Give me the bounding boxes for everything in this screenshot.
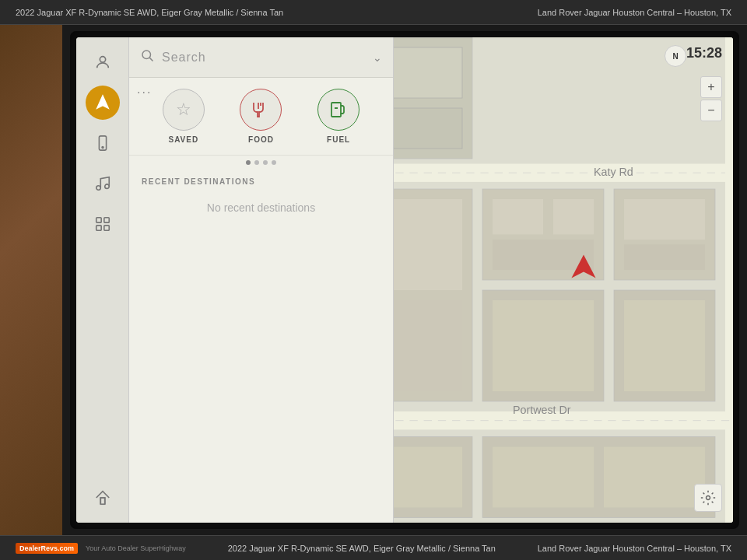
svg-rect-5 bbox=[96, 218, 100, 222]
svg-point-2 bbox=[102, 147, 103, 149]
nav-icon-music[interactable] bbox=[86, 166, 120, 201]
page-dots bbox=[129, 156, 393, 170]
dot-2 bbox=[254, 160, 259, 165]
svg-text:Portwest Dr: Portwest Dr bbox=[513, 404, 571, 416]
search-bar[interactable]: Search ⌄ bbox=[129, 37, 393, 78]
top-bar-left: 2022 Jaguar XF R-Dynamic SE AWD, Eiger G… bbox=[16, 8, 283, 17]
search-chevron-icon: ⌄ bbox=[373, 51, 382, 64]
food-label: FOOD bbox=[248, 135, 274, 144]
fuel-label: FUEL bbox=[327, 135, 350, 144]
svg-rect-48 bbox=[493, 447, 594, 508]
svg-rect-49 bbox=[604, 447, 705, 508]
svg-rect-14 bbox=[331, 103, 341, 117]
watermark-logo: DealerRevs.com bbox=[16, 543, 78, 554]
dot-1 bbox=[246, 160, 251, 165]
category-saved[interactable]: ☆ SAVED bbox=[163, 89, 205, 144]
saved-icon-circle: ☆ bbox=[163, 89, 205, 131]
nav-icon-navigation[interactable] bbox=[86, 86, 120, 120]
zoom-in-button[interactable]: + bbox=[700, 76, 722, 98]
svg-point-0 bbox=[100, 57, 105, 62]
nav-icon-apps[interactable] bbox=[86, 207, 120, 241]
top-info-bar: 2022 Jaguar XF R-Dynamic SE AWD, Eiger G… bbox=[0, 0, 747, 25]
map-settings-button[interactable] bbox=[694, 484, 722, 512]
svg-rect-31 bbox=[493, 199, 543, 235]
watermark-tagline: Your Auto Dealer SuperHighway bbox=[86, 544, 186, 552]
svg-rect-19 bbox=[394, 47, 462, 98]
svg-rect-46 bbox=[394, 447, 462, 508]
nav-icon-home[interactable] bbox=[86, 481, 120, 515]
svg-rect-7 bbox=[96, 226, 100, 230]
compass: N bbox=[665, 45, 686, 67]
nav-panel bbox=[76, 37, 129, 523]
saved-label: SAVED bbox=[168, 135, 198, 144]
svg-line-11 bbox=[149, 58, 153, 61]
bottom-bar-right: Land Rover Jaguar Houston Central – Hous… bbox=[538, 544, 731, 553]
svg-text:Katy Rd: Katy Rd bbox=[594, 166, 633, 178]
svg-rect-40 bbox=[624, 300, 705, 391]
dots-menu[interactable]: ··· bbox=[137, 86, 152, 100]
nav-icon-user[interactable] bbox=[86, 45, 120, 79]
dot-3 bbox=[263, 160, 268, 165]
bottom-bar-left: 2022 Jaguar XF R-Dynamic SE AWD, Eiger G… bbox=[228, 544, 496, 553]
fuel-icon-circle bbox=[317, 89, 359, 131]
svg-rect-9 bbox=[100, 498, 105, 504]
search-placeholder: Search bbox=[162, 51, 365, 65]
zoom-control: + − bbox=[700, 76, 722, 121]
svg-rect-42 bbox=[394, 199, 462, 290]
food-icon-circle bbox=[240, 89, 282, 131]
zoom-out-button[interactable]: − bbox=[700, 100, 722, 121]
category-food[interactable]: FOOD bbox=[240, 89, 282, 144]
no-recent-message: No recent destinations bbox=[142, 201, 381, 214]
bottom-info-bar: DealerRevs.com Your Auto Dealer SuperHig… bbox=[0, 535, 747, 560]
leather-panel bbox=[0, 25, 62, 535]
svg-rect-35 bbox=[624, 199, 705, 240]
svg-rect-8 bbox=[103, 226, 108, 230]
map-svg: Katy Rd Portway Dr Portwest Dr bbox=[394, 37, 733, 523]
recent-title: RECENT DESTINATIONS bbox=[142, 177, 381, 186]
svg-rect-6 bbox=[103, 218, 108, 222]
svg-rect-44 bbox=[394, 300, 462, 391]
svg-point-3 bbox=[96, 186, 100, 191]
time-display: 15:28 bbox=[686, 45, 722, 61]
category-row: ··· ☆ SAVED FOOD bbox=[129, 78, 393, 156]
nav-icon-phone[interactable] bbox=[86, 126, 120, 160]
top-bar-right: Land Rover Jaguar Houston Central – Hous… bbox=[538, 8, 731, 17]
svg-rect-20 bbox=[394, 108, 462, 149]
screen-inner: Search ⌄ ··· ☆ SAVED bbox=[76, 37, 733, 523]
category-fuel[interactable]: FUEL bbox=[317, 89, 359, 144]
dot-4 bbox=[272, 160, 276, 165]
svg-rect-32 bbox=[553, 199, 594, 235]
search-panel: Search ⌄ ··· ☆ SAVED bbox=[129, 37, 394, 523]
search-icon bbox=[140, 48, 154, 66]
svg-rect-24 bbox=[725, 37, 733, 523]
svg-rect-38 bbox=[493, 300, 594, 391]
screen-bezel: Search ⌄ ··· ☆ SAVED bbox=[70, 31, 739, 529]
svg-rect-36 bbox=[624, 245, 705, 271]
svg-point-10 bbox=[142, 51, 151, 59]
svg-point-4 bbox=[104, 184, 109, 189]
map-panel: Katy Rd Portway Dr Portwest Dr bbox=[394, 37, 733, 523]
svg-point-51 bbox=[707, 496, 710, 500]
recent-section: RECENT DESTINATIONS No recent destinatio… bbox=[129, 170, 393, 222]
